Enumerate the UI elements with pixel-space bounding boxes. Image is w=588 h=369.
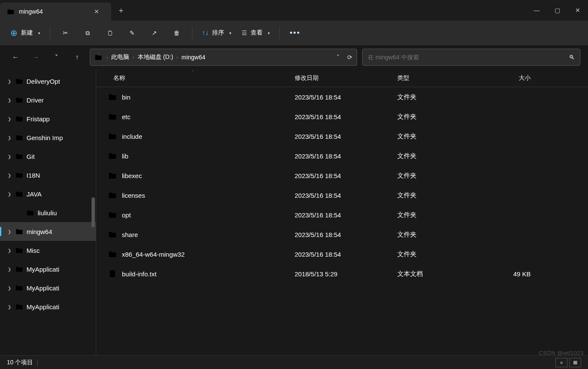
search-input[interactable] (368, 54, 564, 61)
tree-item[interactable]: ❯MyApplicati (0, 260, 96, 278)
address-bar[interactable]: › 此电脑 › 本地磁盘 (D:) › mingw64 ˅ ⟳ (90, 49, 357, 66)
tree-item[interactable]: ❯Git (0, 147, 96, 166)
file-row[interactable]: opt2023/5/16 18:54文件夹 (96, 205, 588, 225)
status-bar: 10 个项目 ≡ ▦ (0, 355, 588, 369)
file-row[interactable]: licenses2023/5/16 18:54文件夹 (96, 185, 588, 205)
share-icon: ↗ (152, 29, 157, 36)
file-type: 文本文档 (391, 270, 481, 278)
chevron-right-icon[interactable]: ❯ (7, 173, 12, 178)
tree-item[interactable]: ❯MyApplicati (0, 297, 96, 316)
file-date: 2023/5/16 18:54 (289, 133, 391, 140)
tree-item-label: Git (27, 153, 35, 160)
maximize-button[interactable]: ▢ (547, 0, 567, 20)
history-chevron-icon[interactable]: ˅ (337, 54, 340, 61)
tree-item[interactable]: ❯Genshin Imp (0, 128, 96, 147)
rename-button[interactable]: ✎ (122, 25, 142, 41)
tree-item[interactable]: ❯I18N (0, 166, 96, 184)
folder-icon (108, 172, 117, 179)
refresh-button[interactable]: ⟳ (347, 54, 352, 61)
tree-item[interactable]: ❯MyApplicati (0, 278, 96, 297)
chevron-right-icon[interactable]: ❯ (7, 248, 12, 253)
file-date: 2023/5/16 18:54 (289, 113, 391, 120)
file-name: share (122, 231, 138, 238)
tree-item[interactable]: ❯JAVA (0, 184, 96, 203)
share-button[interactable]: ↗ (144, 25, 165, 41)
chevron-right-icon[interactable]: ❯ (7, 154, 12, 159)
scissors-icon: ✂ (63, 29, 68, 36)
chevron-right-icon[interactable]: ❯ (7, 79, 12, 84)
chevron-right-icon[interactable]: ❯ (7, 267, 12, 272)
tree-item[interactable]: liuliuliu (0, 203, 96, 222)
tree-item-label: mingw64 (27, 228, 52, 235)
file-type: 文件夹 (391, 250, 481, 258)
tab-title: mingw64 (19, 8, 85, 15)
col-size[interactable]: 大小 (481, 74, 537, 82)
file-row[interactable]: share2023/5/16 18:54文件夹 (96, 225, 588, 244)
folder-icon (108, 133, 117, 140)
folder-icon (27, 210, 34, 216)
tree-item[interactable]: ❯mingw64 (0, 222, 96, 241)
crumb[interactable]: 此电脑 (111, 53, 129, 61)
up-button[interactable]: ↑ (69, 50, 85, 65)
col-name[interactable]: 名称 (96, 74, 289, 82)
file-date: 2023/5/16 18:54 (289, 94, 391, 101)
crumb[interactable]: 本地磁盘 (D:) (138, 53, 173, 61)
navrow: ← → ˅ ↑ › 此电脑 › 本地磁盘 (D:) › mingw64 ˅ ⟳ … (0, 45, 588, 69)
forward-button[interactable]: → (28, 50, 44, 65)
new-button[interactable]: ⊕ 新建 ▾ (6, 25, 44, 41)
close-window-button[interactable]: ✕ (567, 0, 588, 20)
chevron-right-icon[interactable]: ❯ (7, 305, 12, 309)
close-tab-button[interactable]: ✕ (89, 8, 104, 15)
search-bar[interactable]: 🔍︎ (362, 49, 580, 66)
file-type: 文件夹 (391, 113, 481, 121)
file-type: 文件夹 (391, 231, 481, 239)
tree-item[interactable]: ❯Misc (0, 241, 96, 260)
col-type[interactable]: 类型 (391, 74, 481, 82)
chevron-right-icon[interactable]: ❯ (7, 135, 12, 140)
thumbnails-view-button[interactable]: ▦ (569, 358, 581, 367)
file-name: libexec (122, 172, 142, 179)
minimize-button[interactable]: — (526, 0, 547, 20)
file-row[interactable]: libexec2023/5/16 18:54文件夹 (96, 166, 588, 185)
scrollbar-thumb[interactable] (92, 197, 95, 227)
chevron-right-icon[interactable]: ❯ (7, 98, 12, 102)
paste-button[interactable]: 📋︎ (100, 25, 120, 41)
text-file-icon (108, 270, 117, 277)
chevron-down-icon: ▾ (268, 31, 270, 35)
recent-button[interactable]: ˅ (49, 50, 64, 65)
tree-item[interactable]: ❯Fristapp (0, 109, 96, 128)
file-row[interactable]: bin2023/5/16 18:54文件夹 (96, 87, 588, 107)
tree-item[interactable]: ❯DeliveryOpt (0, 72, 96, 91)
col-date[interactable]: 修改日期 (289, 74, 391, 82)
chevron-right-icon[interactable]: ❯ (7, 286, 12, 290)
file-row[interactable]: etc2023/5/16 18:54文件夹 (96, 107, 588, 126)
sort-button[interactable]: ↑↓ 排序 ▾ (198, 25, 236, 41)
back-button[interactable]: ← (8, 50, 23, 65)
folder-icon (108, 192, 117, 199)
delete-button[interactable]: 🗑︎ (166, 25, 187, 41)
copy-button[interactable]: ⧉ (77, 25, 98, 41)
more-button[interactable]: ••• (285, 25, 305, 41)
chevron-right-icon[interactable]: ❯ (7, 192, 12, 196)
titlebar: mingw64 ✕ ＋ — ▢ ✕ (0, 0, 588, 20)
nav-tree[interactable]: ❯DeliveryOpt❯Driver❯Fristapp❯Genshin Imp… (0, 69, 96, 355)
tree-item-label: Driver (27, 97, 44, 104)
window-tab[interactable]: mingw64 ✕ (0, 3, 111, 20)
chevron-right-icon[interactable]: ❯ (7, 117, 12, 121)
new-tab-button[interactable]: ＋ (111, 0, 131, 20)
folder-icon (95, 54, 103, 60)
folder-icon (15, 78, 23, 84)
file-row[interactable]: build-info.txt2018/5/13 5:29文本文档49 KB (96, 264, 588, 284)
file-row[interactable]: lib2023/5/16 18:54文件夹 (96, 146, 588, 166)
chevron-right-icon[interactable]: ❯ (7, 229, 12, 234)
details-view-button[interactable]: ≡ (555, 358, 567, 367)
file-row[interactable]: include2023/5/16 18:54文件夹 (96, 126, 588, 146)
view-button[interactable]: ☰ 查看 ▾ (237, 25, 274, 41)
file-name: build-info.txt (122, 270, 157, 278)
file-row[interactable]: x86_64-w64-mingw322023/5/16 18:54文件夹 (96, 244, 588, 264)
folder-icon (15, 97, 23, 103)
cut-button[interactable]: ✂ (55, 25, 76, 41)
crumb[interactable]: mingw64 (181, 54, 205, 61)
tree-item[interactable]: ❯Driver (0, 91, 96, 109)
file-type: 文件夹 (391, 172, 481, 180)
